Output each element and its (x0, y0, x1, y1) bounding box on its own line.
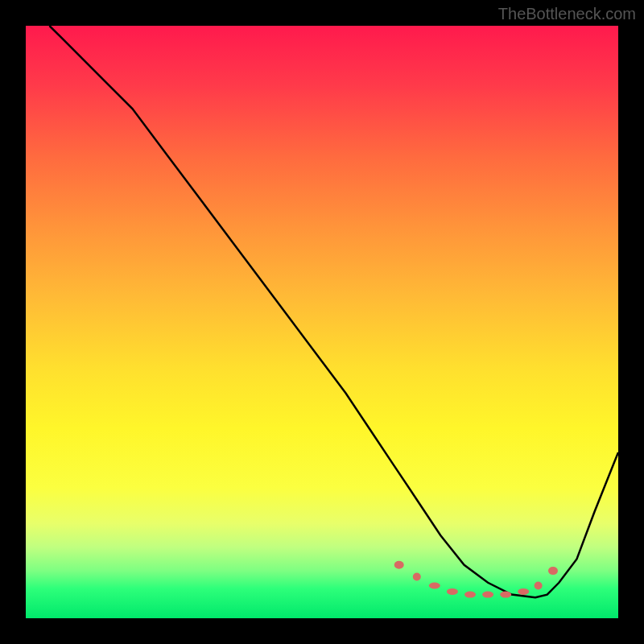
plot-area (26, 26, 618, 618)
series-marker (447, 588, 458, 595)
watermark-text: TheBottleneck.com (498, 5, 636, 23)
markers-group (394, 561, 558, 598)
series-marker (500, 592, 511, 598)
series-marker (518, 588, 529, 595)
series-marker (535, 582, 543, 590)
series-marker (413, 573, 421, 581)
chart-svg (26, 26, 618, 618)
series-marker (394, 561, 404, 569)
series-marker (464, 592, 476, 598)
series-marker (482, 592, 493, 598)
curve-line (49, 26, 618, 597)
series-marker (429, 583, 440, 589)
series-marker (548, 567, 558, 575)
